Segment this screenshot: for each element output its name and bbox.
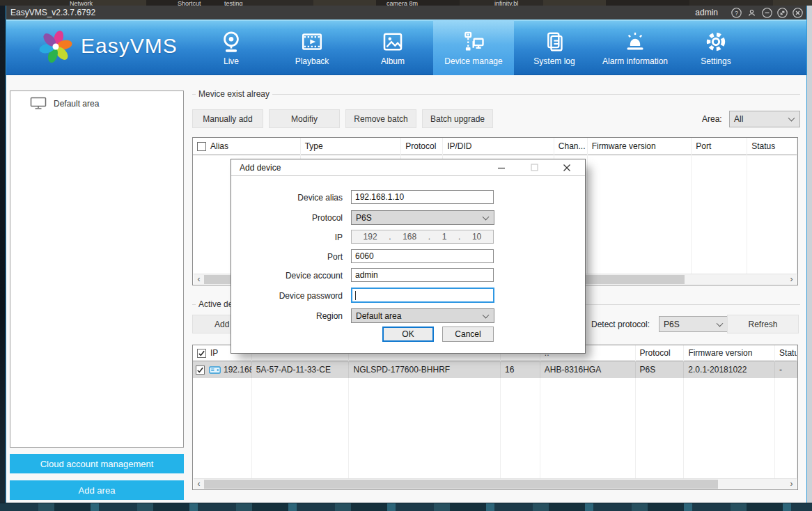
column-header-type[interactable]: Type: [301, 138, 402, 155]
select-all-checkbox[interactable]: [197, 142, 206, 151]
area-tree-panel: Default area: [10, 91, 184, 448]
column-header-port[interactable]: Port: [692, 138, 747, 155]
select-all-checkbox[interactable]: [197, 349, 206, 358]
column-header-status[interactable]: Status: [747, 138, 797, 155]
ip-label: IP: [231, 233, 343, 242]
detect-protocol-label: Detect protocol:: [591, 320, 650, 329]
cell-ip: 192.168.1.10: [193, 361, 252, 378]
active-devices-table: IP .. Protocol Firmware version Status: [192, 345, 798, 490]
row-checkbox[interactable]: [196, 365, 205, 375]
port-label: Port: [231, 252, 343, 262]
scroll-left-icon[interactable]: ‹: [194, 275, 204, 284]
brand-name: EasyVMS: [81, 34, 178, 58]
ok-button[interactable]: OK: [382, 327, 434, 342]
nav-label: Device manage: [444, 56, 502, 66]
help-button[interactable]: ?: [731, 8, 742, 18]
alarm-siren-icon: [623, 29, 648, 54]
close-button[interactable]: [793, 8, 803, 18]
dialog-title: Add device: [240, 163, 281, 173]
gear-icon: [703, 29, 728, 54]
ip-octet-4[interactable]: 10: [472, 232, 481, 242]
existing-devices-header: Alias Type Protocol IP/DID Chan... Firmw…: [193, 138, 797, 155]
device-alias-input[interactable]: [351, 190, 494, 204]
desktop-icon-label: Shortcut: [178, 0, 201, 6]
dialog-titlebar: Add device: [231, 159, 585, 176]
dvr-device-icon: [209, 366, 221, 374]
ip-octet-2[interactable]: 168: [403, 232, 416, 242]
nav-item-system-log[interactable]: System log: [514, 19, 595, 75]
nav-item-settings[interactable]: Settings: [676, 19, 756, 75]
chevron-down-icon: [483, 213, 490, 220]
ip-dot: .: [428, 232, 430, 242]
dialog-maximize-button[interactable]: [524, 159, 544, 175]
device-row-selected[interactable]: 192.168.1.10 5A-57-AD-11-33-CE NGLSPD-17…: [193, 361, 797, 378]
nav-item-album[interactable]: Album: [352, 19, 433, 75]
chevron-down-icon: [483, 311, 490, 318]
column-header-label: IP: [210, 348, 218, 358]
horizontal-scrollbar[interactable]: ‹ ›: [194, 478, 797, 489]
modify-button[interactable]: Modifiy: [269, 109, 340, 128]
desktop-icon-label: infinity.bl: [494, 0, 518, 6]
tree-item-default-area[interactable]: Default area: [30, 97, 99, 110]
nav-item-playback[interactable]: Playback: [272, 19, 352, 75]
remove-batch-button[interactable]: Remove batch: [345, 109, 416, 128]
nav-item-live[interactable]: Live: [191, 19, 272, 75]
detect-protocol-dropdown[interactable]: P6S: [659, 316, 728, 332]
scrollbar-thumb[interactable]: [204, 480, 718, 489]
manually-add-button[interactable]: Manually add: [192, 109, 263, 128]
cell-firmware: 2.0.1-20181022: [684, 361, 775, 378]
nav-item-alarm-information[interactable]: Alarm information: [595, 19, 676, 75]
column-header-protocol[interactable]: Protocol: [401, 138, 443, 155]
column-header-status[interactable]: Status: [775, 345, 797, 361]
scroll-left-icon[interactable]: ‹: [194, 480, 204, 489]
cloud-account-management-button[interactable]: Cloud account management: [10, 454, 184, 473]
window-titlebar: EasyVMS_v2.3.7.6792 admin ?: [6, 6, 806, 19]
ip-dot: .: [458, 232, 460, 242]
nav-item-device-manage[interactable]: Device manage: [433, 19, 514, 75]
column-header-ip-did[interactable]: IP/DID: [443, 138, 554, 155]
scroll-right-icon[interactable]: ›: [786, 480, 797, 489]
device-account-input[interactable]: [351, 268, 494, 282]
nav-label: Alarm information: [602, 56, 668, 66]
desktop-icon-label: Network: [70, 0, 93, 6]
nav-label: System log: [533, 56, 575, 66]
column-header-alias[interactable]: Alias: [193, 138, 301, 155]
area-filter-label: Area:: [702, 114, 722, 124]
cancel-button[interactable]: Cancel: [442, 327, 494, 342]
user-account-button[interactable]: [747, 8, 757, 18]
maximize-restore-button[interactable]: [777, 8, 788, 18]
refresh-button[interactable]: Refresh: [727, 315, 799, 333]
nav-label: Album: [381, 56, 405, 66]
tree-item-label: Default area: [54, 99, 99, 109]
column-header-channels[interactable]: Chan...: [554, 138, 588, 155]
area-filter-value: All: [734, 114, 743, 124]
column-header-protocol[interactable]: Protocol: [636, 345, 685, 361]
desktop-top-strip: Network Shortcut testing camera 8m infin…: [0, 0, 812, 6]
device-password-input-focused[interactable]: [351, 288, 494, 303]
ip-octet-3[interactable]: 1: [442, 232, 447, 242]
add-area-button[interactable]: Add area: [10, 480, 184, 500]
port-input[interactable]: [351, 249, 494, 263]
column-header-firmware[interactable]: Firmware version: [684, 345, 775, 361]
cell-serial: NGLSPD-177600-BHHRF: [349, 361, 500, 378]
exist-group-border: [192, 94, 800, 95]
ip-octet-1[interactable]: 192: [364, 232, 377, 242]
column-header-firmware[interactable]: Firmware version: [588, 138, 692, 155]
minimize-button[interactable]: [762, 8, 772, 18]
ip-segmented-input[interactable]: 192 . 168 . 1 . 10: [351, 230, 494, 244]
exist-group-label: Mevice exist alreay: [196, 89, 272, 99]
dialog-minimize-button[interactable]: [492, 159, 511, 175]
desktop-icon-label: testing: [224, 0, 243, 6]
protocol-dropdown[interactable]: P6S: [351, 210, 494, 225]
logged-in-user: admin: [695, 8, 718, 17]
desktop-bottom-strip: [0, 503, 812, 511]
svg-text:?: ?: [735, 9, 738, 16]
area-filter-dropdown[interactable]: All: [729, 111, 800, 127]
easyvms-flower-logo: [38, 28, 74, 64]
checkmark-icon: [198, 349, 205, 357]
film-play-icon: [299, 29, 325, 54]
region-dropdown[interactable]: Default area: [351, 308, 494, 323]
scroll-right-icon[interactable]: ›: [786, 275, 797, 284]
batch-upgrade-button[interactable]: Batch upgrade: [422, 109, 493, 128]
dialog-close-button[interactable]: [557, 159, 577, 175]
